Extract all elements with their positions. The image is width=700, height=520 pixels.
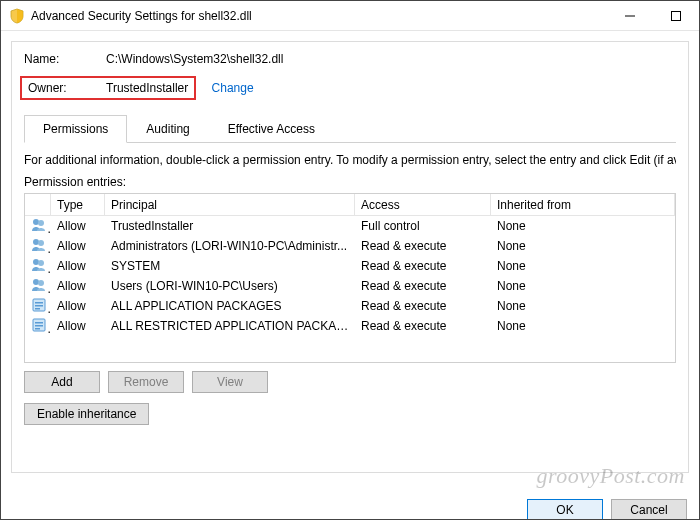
table-row[interactable]: AllowTrustedInstallerFull controlNone [25, 216, 675, 236]
cell-type: Allow [51, 239, 105, 253]
table-row[interactable]: AllowAdministrators (LORI-WIN10-PC\Admin… [25, 236, 675, 256]
security-shield-icon [9, 8, 25, 24]
cell-access: Read & execute [355, 239, 491, 253]
cell-principal: ALL APPLICATION PACKAGES [105, 299, 355, 313]
svg-rect-10 [35, 302, 43, 304]
svg-rect-0 [672, 11, 681, 20]
minimize-button[interactable] [607, 1, 653, 31]
tab-permissions[interactable]: Permissions [24, 115, 127, 143]
table-row[interactable]: AllowALL APPLICATION PACKAGESRead & exec… [25, 296, 675, 316]
svg-point-8 [38, 280, 44, 286]
svg-point-4 [38, 240, 44, 246]
svg-point-6 [38, 260, 44, 266]
info-line: For additional information, double-click… [24, 153, 676, 167]
owner-highlight: Owner: TrustedInstaller [20, 76, 196, 100]
name-label: Name: [24, 52, 106, 66]
window-title: Advanced Security Settings for shell32.d… [31, 9, 607, 23]
change-owner-link[interactable]: Change [212, 81, 254, 95]
cell-inherited: None [491, 239, 675, 253]
cell-inherited: None [491, 299, 675, 313]
svg-rect-11 [35, 305, 43, 307]
cell-type: Allow [51, 219, 105, 233]
cell-type: Allow [51, 299, 105, 313]
cancel-button[interactable]: Cancel [611, 499, 687, 520]
col-principal[interactable]: Principal [105, 194, 355, 215]
tab-strip: Permissions Auditing Effective Access [24, 114, 676, 143]
svg-point-2 [38, 220, 44, 226]
table-row[interactable]: AllowSYSTEMRead & executeNone [25, 256, 675, 276]
list-header: Type Principal Access Inherited from [25, 194, 675, 216]
svg-point-5 [33, 259, 39, 265]
col-access[interactable]: Access [355, 194, 491, 215]
enable-inheritance-button[interactable]: Enable inheritance [24, 403, 149, 425]
entries-label: Permission entries: [24, 175, 676, 189]
svg-point-3 [33, 239, 39, 245]
group-icon [31, 237, 47, 253]
table-row[interactable]: AllowALL RESTRICTED APPLICATION PACKAGES… [25, 316, 675, 336]
tab-auditing[interactable]: Auditing [127, 115, 208, 143]
permission-entries-list[interactable]: Type Principal Access Inherited from All… [24, 193, 676, 363]
svg-rect-16 [35, 328, 40, 330]
cell-access: Read & execute [355, 299, 491, 313]
ok-button[interactable]: OK [527, 499, 603, 520]
list-buttons: Add Remove View [24, 371, 676, 393]
dialog-body: Name: C:\Windows\System32\shell32.dll Ow… [1, 41, 699, 520]
titlebar: Advanced Security Settings for shell32.d… [1, 1, 699, 31]
svg-rect-15 [35, 325, 43, 327]
view-button: View [192, 371, 268, 393]
cell-access: Read & execute [355, 259, 491, 273]
cell-type: Allow [51, 259, 105, 273]
cell-inherited: None [491, 319, 675, 333]
cell-principal: TrustedInstaller [105, 219, 355, 233]
name-value: C:\Windows\System32\shell32.dll [106, 52, 283, 66]
svg-rect-12 [35, 308, 40, 310]
cell-type: Allow [51, 279, 105, 293]
remove-button: Remove [108, 371, 184, 393]
svg-point-7 [33, 279, 39, 285]
package-icon [31, 297, 47, 313]
col-inherited[interactable]: Inherited from [491, 194, 675, 215]
cell-access: Read & execute [355, 319, 491, 333]
owner-label: Owner: [28, 81, 106, 95]
table-row[interactable]: AllowUsers (LORI-WIN10-PC\Users)Read & e… [25, 276, 675, 296]
group-icon [31, 277, 47, 293]
owner-value: TrustedInstaller [106, 81, 188, 95]
add-button[interactable]: Add [24, 371, 100, 393]
svg-rect-14 [35, 322, 43, 324]
group-icon [31, 257, 47, 273]
group-icon [31, 217, 47, 233]
tab-effective-access[interactable]: Effective Access [209, 115, 334, 143]
cell-principal: Users (LORI-WIN10-PC\Users) [105, 279, 355, 293]
cell-principal: ALL RESTRICTED APPLICATION PACKAGES [105, 319, 355, 333]
cell-principal: Administrators (LORI-WIN10-PC\Administr.… [105, 239, 355, 253]
cell-inherited: None [491, 279, 675, 293]
owner-row: Owner: TrustedInstaller Change [24, 70, 676, 104]
cell-access: Read & execute [355, 279, 491, 293]
cell-access: Full control [355, 219, 491, 233]
cell-inherited: None [491, 219, 675, 233]
cell-inherited: None [491, 259, 675, 273]
dialog-footer: OK Cancel [527, 499, 687, 520]
package-icon [31, 317, 47, 333]
cell-principal: SYSTEM [105, 259, 355, 273]
svg-point-1 [33, 219, 39, 225]
col-type[interactable]: Type [51, 194, 105, 215]
maximize-button[interactable] [653, 1, 699, 31]
name-row: Name: C:\Windows\System32\shell32.dll [24, 52, 676, 66]
cell-type: Allow [51, 319, 105, 333]
